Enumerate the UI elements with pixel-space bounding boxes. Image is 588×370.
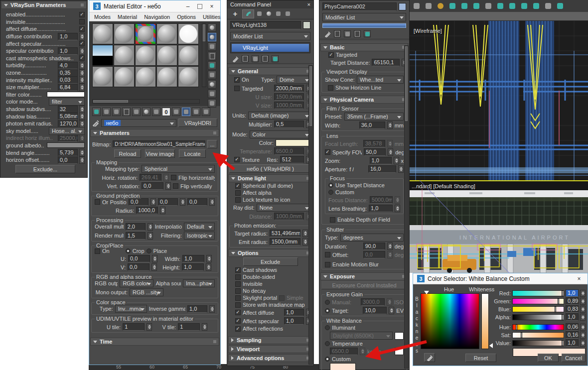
menu-navigation[interactable]: Navigation <box>144 14 170 20</box>
material-name-dropdown[interactable]: небо <box>101 119 176 127</box>
vray-ies-icon[interactable] <box>531 1 541 11</box>
spherical-checkbox[interactable] <box>235 183 241 189</box>
vray-dome-icon[interactable] <box>507 1 517 11</box>
affect-diffuse-field[interactable]: 1,0 <box>284 309 304 316</box>
show-map-in-viewport-icon[interactable]: 0 <box>162 108 170 116</box>
viewport-region[interactable]: [Wireframe] INTERNATIONAL AIRPORT <box>410 0 588 273</box>
material-type-button[interactable]: VRayHDRI <box>178 119 217 127</box>
main-toolbar-icon[interactable] <box>424 1 434 11</box>
position-x-field[interactable]: 0,0 <box>129 198 148 206</box>
position-y-field[interactable]: 0,0 <box>158 198 178 206</box>
menu-material[interactable]: Material <box>118 14 137 20</box>
crop-on-checkbox[interactable] <box>95 248 100 254</box>
camera-color-swatch[interactable] <box>399 3 406 10</box>
spinner[interactable] <box>302 238 308 246</box>
crop-radio[interactable] <box>126 248 131 253</box>
alpha-slider[interactable] <box>512 314 564 320</box>
main-toolbar-icon[interactable] <box>483 1 493 11</box>
remove-modifier-icon[interactable] <box>354 30 361 37</box>
general-rollout-header[interactable]: General <box>228 67 312 75</box>
put-to-library-icon[interactable] <box>142 108 150 116</box>
hue-value-field[interactable]: 0,065 <box>566 323 579 331</box>
show-horizon-checkbox[interactable] <box>328 85 333 91</box>
spinner[interactable] <box>160 207 165 214</box>
affect-specular-checkbox[interactable] <box>235 318 241 324</box>
red-value-field[interactable]: 1,0 <box>566 289 579 297</box>
close-button[interactable]: × <box>575 275 584 282</box>
mapping-type-dropdown[interactable]: Spherical <box>142 165 215 173</box>
height-field[interactable]: 1,0 <box>182 263 204 271</box>
invisible-checkbox[interactable] <box>79 19 85 24</box>
reload-button[interactable]: Reload <box>114 149 141 158</box>
ozone-field[interactable]: 0,35 <box>58 69 78 77</box>
spinner[interactable] <box>79 106 85 113</box>
targeted-checkbox[interactable] <box>234 86 240 91</box>
target-ev-field[interactable]: 10,0 <box>363 307 387 314</box>
manual-radio[interactable] <box>325 300 330 305</box>
configure-modifier-sets-icon[interactable] <box>272 55 279 62</box>
spinner[interactable] <box>209 305 215 313</box>
menu-options[interactable]: Options <box>177 14 196 20</box>
green-value-field[interactable]: 0,899 <box>566 297 579 305</box>
material-slot[interactable] <box>156 45 177 66</box>
spinner[interactable] <box>398 165 404 173</box>
spinner[interactable] <box>180 198 185 206</box>
color-space-type-dropdown[interactable]: Inv...mma <box>115 305 147 313</box>
modifier-list-dropdown[interactable]: Modifier List <box>230 32 310 40</box>
material-slot[interactable] <box>92 23 113 44</box>
texture-map-button[interactable]: небо ( VRayHDRI ) <box>229 164 311 173</box>
blue-value-field[interactable]: 0,835 <box>566 305 579 313</box>
spinner[interactable] <box>79 62 85 69</box>
horiz-rotation-field[interactable]: 269,41 <box>140 174 161 181</box>
no-decay-checkbox[interactable] <box>235 288 241 294</box>
film-width-field[interactable]: 36,0 <box>359 122 385 129</box>
vray-light-icon[interactable] <box>495 1 505 11</box>
flip-horizontally-checkbox[interactable] <box>171 175 176 180</box>
ground-on-checkbox[interactable] <box>95 199 100 205</box>
affect-specular-checkbox[interactable] <box>79 41 85 46</box>
close-button[interactable]: × <box>207 3 216 10</box>
sample-type-icon[interactable] <box>208 23 216 32</box>
enable-motion-blur-checkbox[interactable] <box>325 262 330 267</box>
main-toolbar-icon[interactable] <box>543 1 553 11</box>
material-map-navigator-icon[interactable] <box>208 99 216 108</box>
alpha-value-field[interactable]: 1,0 <box>566 313 579 321</box>
width-field[interactable]: 1,0 <box>182 255 204 262</box>
zoom-field[interactable]: 1,0 <box>370 157 392 164</box>
slots-horizontal-scrollbar[interactable] <box>92 99 200 104</box>
blend-angle-field[interactable]: 5,739 <box>58 149 78 156</box>
color-mode-dropdown[interactable]: filter <box>49 98 85 106</box>
options-rollout-header[interactable]: Options <box>228 249 312 257</box>
camera-name-field[interactable]: PhysCamera002 <box>322 2 397 11</box>
basic-rollout-header[interactable]: Basic <box>320 43 408 51</box>
affect-diffuse-checkbox[interactable] <box>79 26 85 32</box>
stack-item-vraylight[interactable]: VRayLight <box>232 44 309 52</box>
alpha-source-dropdown[interactable]: Ima...pha <box>183 279 215 287</box>
modify-tab[interactable] <box>242 9 254 18</box>
utilities-tab[interactable] <box>284 9 292 18</box>
specify-fov-checkbox[interactable] <box>325 149 330 155</box>
position-z-field[interactable]: 0,0 <box>187 198 207 206</box>
exclude-button[interactable]: Exclude... <box>15 165 75 173</box>
sat-slider[interactable] <box>512 332 564 338</box>
spinner[interactable] <box>387 243 393 250</box>
res-field[interactable]: 512 <box>280 156 304 163</box>
video-color-check-icon[interactable] <box>208 61 216 70</box>
viewport-label-wireframe[interactable]: [Wireframe] <box>414 28 442 34</box>
camera-modifier-list-dropdown[interactable]: Modifier List <box>322 13 406 21</box>
time-rollout-header[interactable]: Time <box>90 338 219 346</box>
material-slot[interactable] <box>114 23 135 44</box>
spinner[interactable] <box>389 307 394 314</box>
material-slot[interactable] <box>92 66 113 87</box>
hierarchy-tab[interactable] <box>255 9 264 18</box>
background-checker-icon[interactable] <box>208 42 216 51</box>
sat-value-field[interactable]: 0,165 <box>566 331 579 339</box>
view-image-button[interactable]: View image <box>145 149 175 158</box>
double-sided-checkbox[interactable] <box>235 274 241 280</box>
viewport-rollout-header[interactable]: Viewport <box>228 345 312 353</box>
green-slider[interactable] <box>512 298 564 304</box>
make-unique-stack-icon[interactable] <box>344 30 351 37</box>
teapot-icon[interactable] <box>447 1 457 11</box>
material-slot[interactable] <box>178 23 199 44</box>
illuminant-color-swatch[interactable] <box>395 332 404 340</box>
